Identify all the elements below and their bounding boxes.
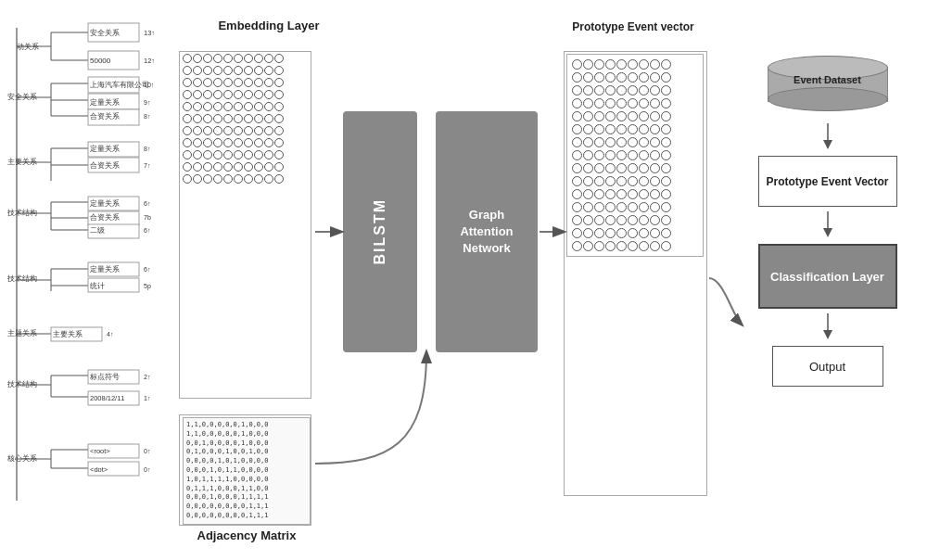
embedding-circle bbox=[244, 102, 253, 111]
prototype-circle bbox=[650, 150, 660, 160]
prototype-circle bbox=[661, 215, 671, 225]
prototype-circle bbox=[583, 150, 593, 160]
prototype-circle bbox=[594, 111, 604, 121]
embedding-circle bbox=[203, 54, 212, 63]
embedding-circle bbox=[234, 162, 243, 172]
embedding-circle bbox=[183, 150, 192, 159]
prototype-circle bbox=[616, 150, 627, 160]
prototype-circle bbox=[594, 98, 604, 108]
prototype-event-vector-label: Prototype Event vector bbox=[554, 20, 712, 33]
svg-text:二级: 二级 bbox=[90, 226, 105, 235]
output-box: Output bbox=[772, 346, 883, 387]
embedding-circle bbox=[203, 162, 212, 172]
prototype-row bbox=[572, 72, 698, 83]
embedding-circle bbox=[213, 138, 222, 147]
arrow-down-2 bbox=[819, 211, 837, 239]
prototype-circle bbox=[628, 85, 638, 95]
embedding-circle bbox=[274, 126, 284, 135]
prototype-circle bbox=[583, 241, 593, 251]
embedding-circle bbox=[264, 114, 273, 123]
embedding-circle bbox=[223, 138, 233, 147]
prototype-circle bbox=[605, 202, 616, 212]
embedding-circle bbox=[254, 54, 263, 63]
prototype-circle bbox=[583, 72, 593, 83]
embedding-row bbox=[183, 174, 311, 184]
prototype-circle bbox=[650, 111, 660, 121]
prototype-circle bbox=[661, 124, 671, 134]
prototype-circle bbox=[605, 111, 616, 121]
embedding-circle bbox=[274, 78, 284, 87]
prototype-circle bbox=[628, 137, 638, 147]
prototype-circle bbox=[583, 111, 593, 121]
tree-svg: 安全关系 50000 13↑ 12↑ 动关系 上海汽车有限公司 定量关系 合资关… bbox=[0, 0, 176, 547]
prototype-circle bbox=[572, 163, 582, 173]
prototype-circle bbox=[616, 176, 627, 186]
svg-text:<dot>: <dot> bbox=[90, 465, 108, 474]
embedding-circle bbox=[193, 138, 202, 147]
embedding-circle bbox=[183, 78, 192, 87]
prototype-circle bbox=[650, 202, 660, 212]
embedding-circle bbox=[244, 54, 253, 63]
prototype-circle bbox=[616, 59, 627, 70]
embedding-circle bbox=[244, 138, 253, 147]
prototype-circle bbox=[639, 189, 649, 199]
embedding-row bbox=[183, 54, 311, 63]
adjacency-matrix-text: 1,1,0,0,0,0,0,1,0,0,0 1,1,0,0,0,0,0,1,0,… bbox=[183, 417, 311, 525]
embedding-circle bbox=[254, 162, 263, 172]
embedding-circle bbox=[213, 114, 222, 123]
right-panel: Event Dataset Prototype Event Vector Cla… bbox=[742, 56, 913, 501]
svg-text:6↑: 6↑ bbox=[144, 200, 150, 207]
embedding-circle bbox=[183, 90, 192, 99]
embedding-circle bbox=[234, 78, 243, 87]
embedding-circle bbox=[264, 102, 273, 111]
embedding-circle bbox=[213, 90, 222, 99]
prototype-circle bbox=[661, 189, 671, 199]
output-text: Output bbox=[809, 360, 845, 374]
prototype-circle bbox=[616, 85, 627, 95]
svg-text:9↑: 9↑ bbox=[144, 99, 150, 106]
adjacency-label: Adjacency Matrix bbox=[183, 528, 311, 542]
svg-text:统计: 统计 bbox=[90, 282, 105, 290]
prototype-row bbox=[572, 202, 698, 212]
prototype-circle bbox=[650, 85, 660, 95]
prototype-circle bbox=[650, 59, 660, 70]
embedding-circle bbox=[274, 90, 284, 99]
prototype-circle bbox=[616, 202, 627, 212]
prototype-row bbox=[572, 111, 698, 121]
prototype-circle bbox=[650, 98, 660, 108]
prototype-circle bbox=[661, 59, 671, 70]
embedding-circle bbox=[274, 150, 284, 159]
svg-text:主题关系: 主题关系 bbox=[7, 329, 37, 337]
svg-text:0↑: 0↑ bbox=[144, 448, 150, 454]
prototype-circle bbox=[639, 85, 649, 95]
embedding-circle bbox=[223, 102, 233, 111]
svg-text:安全关系: 安全关系 bbox=[90, 29, 120, 37]
diagram-container: 安全关系 50000 13↑ 12↑ 动关系 上海汽车有限公司 定量关系 合资关… bbox=[0, 0, 927, 560]
prototype-circle bbox=[639, 59, 649, 70]
embedding-circle bbox=[203, 102, 212, 111]
embedding-row bbox=[183, 150, 311, 159]
embedding-circle bbox=[274, 102, 284, 111]
prototype-circle bbox=[661, 176, 671, 186]
adjacency-matrix-section: 1,1,0,0,0,0,0,1,0,0,0 1,1,0,0,0,0,0,1,0,… bbox=[183, 417, 311, 542]
embedding-circle bbox=[213, 162, 222, 172]
prototype-row bbox=[572, 189, 698, 199]
prototype-circle bbox=[605, 137, 616, 147]
prototype-circle bbox=[628, 176, 638, 186]
embedding-circle bbox=[264, 66, 273, 75]
prototype-circle bbox=[650, 189, 660, 199]
prototype-circle bbox=[594, 215, 604, 225]
prototype-circle bbox=[605, 163, 616, 173]
svg-text:2008/12/11: 2008/12/11 bbox=[90, 394, 125, 402]
embedding-circle bbox=[193, 114, 202, 123]
svg-text:<root>: <root> bbox=[90, 447, 110, 455]
prototype-circle bbox=[639, 98, 649, 108]
embedding-circle bbox=[244, 150, 253, 159]
classification-layer-box: Classification Layer bbox=[758, 244, 897, 309]
embedding-circle bbox=[213, 66, 222, 75]
svg-text:8↑: 8↑ bbox=[144, 113, 150, 120]
prototype-row bbox=[572, 215, 698, 225]
svg-text:动关系: 动关系 bbox=[17, 43, 39, 51]
arrow-down-1 bbox=[819, 123, 837, 151]
svg-text:合资关系: 合资关系 bbox=[90, 213, 120, 222]
